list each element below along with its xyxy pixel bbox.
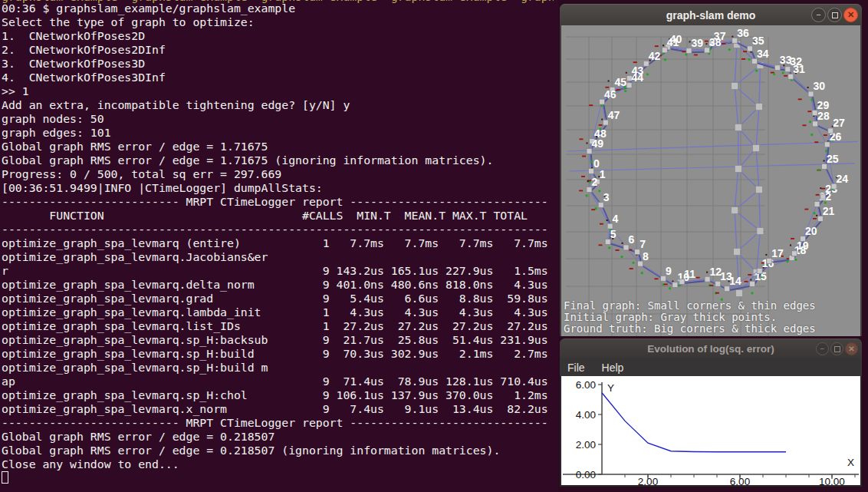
svg-text:2.00: 2.00 <box>638 476 658 486</box>
graphslam-window-title: graph-slam demo <box>666 9 756 21</box>
menu-help[interactable]: Help <box>602 362 624 374</box>
graphslam-titlebar[interactable]: graph-slam demo − ✕ <box>560 4 862 25</box>
svg-text:39: 39 <box>691 37 703 49</box>
svg-text:29: 29 <box>817 99 830 111</box>
svg-text:41: 41 <box>667 36 679 48</box>
menu-file[interactable]: File <box>567 362 585 374</box>
graphslam-demo-window[interactable]: graph-slam demo − ✕ 01234567891011121314… <box>560 4 862 336</box>
svg-text:38: 38 <box>709 36 722 48</box>
svg-text:11: 11 <box>684 268 695 280</box>
svg-text:6: 6 <box>629 233 635 246</box>
minimize-button[interactable]: − <box>816 342 829 355</box>
close-button[interactable]: ✕ <box>843 8 858 22</box>
svg-text:25: 25 <box>827 153 839 165</box>
svg-text:36: 36 <box>737 27 749 39</box>
svg-text:10.00: 10.00 <box>819 476 845 486</box>
svg-text:45: 45 <box>615 76 627 88</box>
svg-text:5: 5 <box>610 228 616 240</box>
svg-text:8: 8 <box>643 250 649 263</box>
svg-text:28: 28 <box>817 110 830 122</box>
svg-text:7: 7 <box>639 238 646 250</box>
svg-text:14: 14 <box>729 275 741 287</box>
svg-text:X: X <box>847 457 854 468</box>
minimize-button[interactable]: − <box>811 8 826 22</box>
maximize-button[interactable] <box>827 8 842 22</box>
maximize-icon <box>832 12 838 18</box>
terminal-cursor <box>2 471 8 484</box>
terminal-output: 00:36 $ graphslam_example/graphslam_exam… <box>2 2 548 471</box>
graph-render: 0123456789101112131415161718192021222324… <box>561 25 860 336</box>
svg-text:2: 2 <box>591 176 597 188</box>
terminal-window[interactable]: graphslam_example graphslam_example grap… <box>0 0 558 492</box>
svg-text:46: 46 <box>604 88 616 101</box>
error-plot-window[interactable]: Evolution of log(sq. error) − ✕ File Hel… <box>560 338 862 487</box>
svg-text:2.00: 2.00 <box>576 439 596 451</box>
svg-text:49: 49 <box>591 137 603 150</box>
svg-text:32: 32 <box>790 55 802 68</box>
svg-text:27: 27 <box>833 117 845 129</box>
svg-text:20: 20 <box>805 225 817 237</box>
svg-text:42: 42 <box>649 50 661 62</box>
svg-text:21: 21 <box>823 205 835 217</box>
svg-text:1: 1 <box>600 168 606 180</box>
error-plot-titlebar[interactable]: Evolution of log(sq. error) − ✕ <box>560 338 862 358</box>
svg-text:34: 34 <box>757 48 769 60</box>
svg-text:3: 3 <box>603 191 610 203</box>
svg-text:24: 24 <box>837 173 849 185</box>
svg-text:0: 0 <box>593 157 600 170</box>
svg-text:0.00: 0.00 <box>576 469 596 480</box>
error-plot-render: 2.006.0010.000.002.004.006.00YX <box>561 376 860 485</box>
svg-text:44: 44 <box>632 71 644 84</box>
svg-text:17: 17 <box>771 247 784 259</box>
graph-legend-text: Final graph: Small corners & thin edges … <box>564 300 816 335</box>
graph-3d-viewport[interactable]: 0123456789101112131415161718192021222324… <box>561 25 860 336</box>
svg-text:47: 47 <box>608 109 620 121</box>
svg-text:4.00: 4.00 <box>576 409 596 421</box>
maximize-button[interactable] <box>830 342 843 355</box>
error-plot-canvas[interactable]: 2.006.0010.000.002.004.006.00YX <box>561 376 860 485</box>
svg-text:30: 30 <box>814 80 826 92</box>
svg-text:35: 35 <box>752 35 764 47</box>
svg-text:6.00: 6.00 <box>730 476 750 486</box>
svg-text:6.00: 6.00 <box>576 379 596 391</box>
error-plot-window-title: Evolution of log(sq. error) <box>647 343 774 355</box>
menubar: File Help <box>560 358 862 376</box>
svg-text:4: 4 <box>613 213 619 225</box>
svg-text:Y: Y <box>607 382 614 394</box>
svg-text:9: 9 <box>666 265 672 277</box>
maximize-icon <box>834 346 840 352</box>
svg-text:33: 33 <box>780 54 792 66</box>
close-button[interactable]: ✕ <box>845 342 858 355</box>
